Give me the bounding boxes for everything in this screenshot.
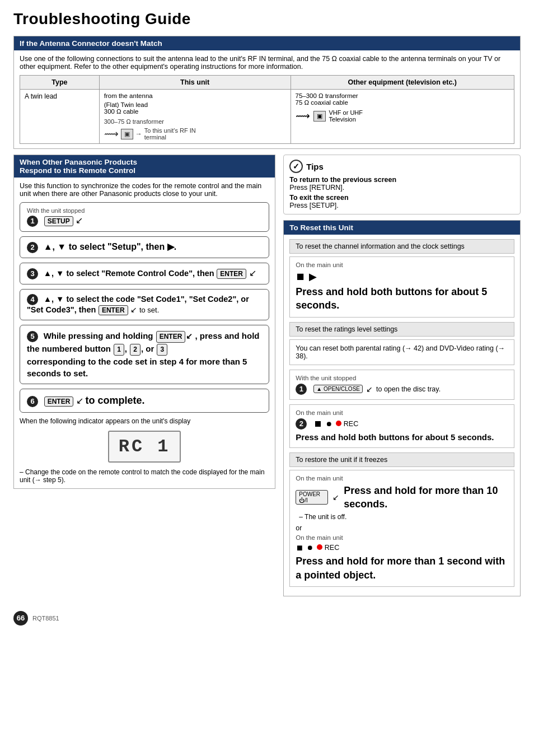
- reset-sub2-text: Press and hold both buttons for about 5 …: [296, 432, 508, 443]
- power-btn: POWER ⏻/I: [296, 490, 328, 505]
- reset-sub2-step1-row: 1 ▲ OPEN/CLOSE ↙ to open the disc tray.: [296, 384, 508, 395]
- power-cursor: ↙: [332, 493, 339, 502]
- reset-sub3-on-main1: On the main unit: [296, 475, 508, 482]
- step6-text: to complete.: [86, 395, 145, 406]
- antenna-table: Type This unit Other equipment (televisi…: [20, 75, 514, 144]
- tips-item2: To exit the screen Press [SETUP].: [289, 194, 514, 209]
- reset-sub2-step2-box: On the main unit 2 ⏹ ⏺ REC Press and hol…: [289, 404, 514, 448]
- panasonic-header: When Other Panasonic ProductsRespond to …: [14, 155, 275, 178]
- play-icon: ▶: [309, 270, 317, 283]
- step3-num: 3: [27, 268, 38, 279]
- antenna-description: Use one of the following connections to …: [20, 55, 514, 71]
- reset-sub3-note: – The unit is off.: [299, 513, 508, 521]
- play-icon3: ⏺: [307, 544, 313, 552]
- tips-item1-label: To return to the previous screen: [289, 176, 396, 184]
- step6-box: 6 ENTER ↙ to complete.: [20, 389, 269, 413]
- reset-content: To reset the channel information and the…: [284, 235, 520, 596]
- play-icon2: ⏺: [326, 420, 332, 428]
- reset-sub2-step2-num: 2: [296, 418, 307, 430]
- stop-icon3: ⏹: [296, 543, 303, 552]
- rec-dot2: REC: [336, 420, 358, 428]
- reset-sub3-row2: ⏹ ⏺ REC: [296, 543, 508, 552]
- rqt-code: RQT8851: [32, 615, 59, 622]
- step4-text: ▲, ▼ to select the code "Set Code1", "Se…: [27, 295, 249, 314]
- unit-display: RC 1: [108, 431, 181, 463]
- setup-btn: SETUP: [44, 216, 73, 226]
- step5-cursor: ↙: [186, 332, 193, 340]
- step1-cursor: ↙: [76, 216, 83, 225]
- col-this-unit: This unit: [99, 76, 291, 90]
- reset-sub2-header: To reset the ratings level settings: [289, 322, 514, 337]
- panasonic-section: When Other Panasonic ProductsRespond to …: [13, 155, 275, 489]
- open-close-btn: ▲ OPEN/CLOSE: [313, 385, 363, 393]
- reset-sub2-on-main: On the main unit: [296, 409, 508, 416]
- step1-label: With the unit stopped: [27, 207, 262, 214]
- step4-box: 4 ▲, ▼ to select the code "Set Code1", "…: [20, 289, 269, 320]
- col-type: Type: [20, 76, 100, 90]
- reset-sub2-step1-num: 1: [296, 384, 307, 395]
- reset-sub2-desc-box: You can reset both parental rating (→ 42…: [289, 339, 514, 365]
- reset-sub1-header: To reset the channel information and the…: [289, 239, 514, 254]
- step6-cursor: ↙: [76, 396, 83, 405]
- reset-sub2-step2-row: 2 ⏹ ⏺ REC: [296, 418, 508, 430]
- main-two-col: When Other Panasonic ProductsRespond to …: [13, 155, 521, 602]
- row-type: A twin lead: [20, 90, 100, 144]
- step5-box: 5 While pressing and holding ENTER↙ , pr…: [20, 325, 269, 384]
- antenna-header: If the Antenna Connector doesn't Match: [14, 36, 520, 50]
- reset-sub3-text2: Press and hold for more than 1 second wi…: [296, 554, 508, 582]
- panasonic-description: Use this function to synchronize the cod…: [20, 182, 269, 198]
- reset-sub1-device-row: ⏹ ▶: [296, 270, 508, 283]
- step3-text: ▲, ▼ to select "Remote Control Code", th…: [44, 269, 214, 278]
- step2-text: ▲, ▼ to select "Setup", then ▶.: [44, 242, 177, 251]
- step4-num: 4: [27, 294, 38, 305]
- col-other-equipment: Other equipment (television etc.): [291, 76, 514, 90]
- reset-sub2-step1-box: With the unit stopped 1 ▲ OPEN/CLOSE ↙ t…: [289, 370, 514, 400]
- step3-enter-btn: ENTER: [217, 269, 246, 279]
- step4-suffix: to set.: [139, 306, 159, 314]
- reset-sub2-step1-suffix: to open the disc tray.: [376, 385, 441, 393]
- reset-sub3-on-main2: On the main unit: [296, 534, 508, 541]
- step5-btn3: 3: [157, 344, 167, 356]
- tips-box: ✓ Tips To return to the previous screen …: [283, 155, 521, 214]
- panasonic-content: Use this function to synchronize the cod…: [14, 178, 275, 488]
- reset-header: To Reset this Unit: [284, 221, 520, 235]
- step5-btn1: 1: [114, 344, 124, 356]
- step3-cursor: ↙: [249, 268, 256, 278]
- tips-item1-text: Press [RETURN].: [289, 184, 344, 192]
- step2-num: 2: [27, 242, 38, 253]
- step5-enter-btn: ENTER: [156, 331, 186, 343]
- page-footer: 66 RQT8851: [13, 611, 521, 626]
- page-title: Troubleshooting Guide: [13, 10, 521, 28]
- reset-sub3-row1: POWER ⏻/I ↙ Press and hold for more than…: [296, 484, 508, 511]
- tips-item2-text: Press [SETUP].: [289, 202, 339, 209]
- right-column: ✓ Tips To return to the previous screen …: [283, 155, 521, 602]
- tips-title: ✓ Tips: [289, 160, 514, 173]
- reset-section: To Reset this Unit To reset the channel …: [283, 220, 521, 596]
- stop-icon: ⏹: [296, 271, 306, 283]
- reset-sub2-description: You can reset both parental rating (→ 42…: [296, 344, 508, 360]
- open-cursor: ↙: [366, 385, 373, 394]
- step4-cursor: ↙: [130, 305, 137, 314]
- antenna-content: Use one of the following connections to …: [14, 50, 520, 148]
- row-this-unit: from the antenna (Flat) Twin lead300 Ω c…: [99, 90, 291, 144]
- page-number: 66: [13, 611, 28, 626]
- reset-sub3-text1: Press and hold for more than 10 seconds.: [344, 484, 508, 511]
- step6-enter-btn: ENTER: [44, 396, 74, 407]
- reset-sub1-text: Press and hold both buttons for about 5 …: [296, 285, 508, 312]
- change-code-text: – Change the code on the remote control …: [20, 468, 269, 484]
- tips-icon: ✓: [289, 160, 303, 173]
- step6-num: 6: [27, 396, 38, 407]
- reset-sub1-box: On the main unit ⏹ ▶ Press and hold both…: [289, 256, 514, 318]
- left-column: When Other Panasonic ProductsRespond to …: [13, 155, 275, 602]
- reset-sub3-box: On the main unit POWER ⏻/I ↙ Press and h…: [289, 470, 514, 587]
- tips-item1: To return to the previous screen Press […: [289, 176, 514, 192]
- tips-item2-label: To exit the screen: [289, 194, 348, 202]
- step5-text: While pressing and holding ENTER↙ , pres…: [27, 331, 260, 378]
- step4-enter-btn: ENTER: [99, 305, 128, 315]
- reset-sub3-header: To restore the unit if it freezes: [289, 452, 514, 467]
- step3-box: 3 ▲, ▼ to select "Remote Control Code", …: [20, 263, 269, 284]
- step1-box: With the unit stopped 1 SETUP ↙: [20, 202, 269, 232]
- row-other-equipment: 75–300 Ω transformer 75 Ω coaxial cable …: [291, 90, 514, 144]
- following-text: When the following indicator appears on …: [20, 417, 269, 425]
- transformer-label: 300–75 Ω transformer: [104, 118, 164, 125]
